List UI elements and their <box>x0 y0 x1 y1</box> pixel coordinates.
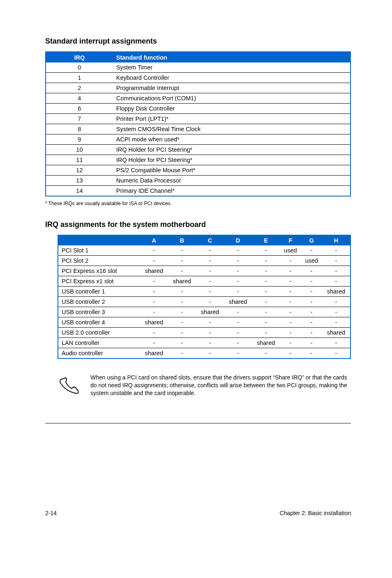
row-label: PCI Express x1 slot <box>58 276 140 287</box>
data-cell: - <box>224 256 252 266</box>
data-cell: - <box>140 276 168 287</box>
irq-cell: 12 <box>46 165 113 176</box>
data-cell: - <box>168 328 196 338</box>
data-cell: - <box>301 276 322 287</box>
col-header: B <box>168 236 196 245</box>
func-cell: Floppy Disk Controller <box>113 104 350 114</box>
data-cell: - <box>322 256 350 266</box>
table-row: 8System CMOS/Real Time Clock <box>46 124 350 134</box>
row-label: USB controller 3 <box>58 307 140 317</box>
irq-cell: 9 <box>46 134 113 145</box>
irq-table-container: IRQ Standard function 0System Timer1Keyb… <box>45 51 351 197</box>
func-cell: Numeric Data Processor <box>113 176 350 186</box>
row-label: USB 2.0 controller <box>58 328 140 338</box>
data-cell: - <box>280 338 301 348</box>
table-row: Audio controllershared------- <box>58 348 350 358</box>
col-header: A <box>140 236 168 245</box>
footer-chapter: Chapter 2: Basic installation <box>279 510 351 516</box>
col-header: H <box>322 236 350 245</box>
data-cell: - <box>301 328 322 338</box>
data-cell: - <box>280 348 301 358</box>
col-header: E <box>252 236 280 245</box>
irq-cell: 7 <box>46 114 113 124</box>
irq-cell: 10 <box>46 145 113 155</box>
data-cell: - <box>322 297 350 307</box>
table-row: PCI Express x1 slot-shared------ <box>58 276 350 287</box>
irq-cell: 11 <box>46 155 113 165</box>
data-cell: - <box>301 287 322 297</box>
note-text: When using a PCI card on shared slots, e… <box>90 374 351 397</box>
data-cell: - <box>168 297 196 307</box>
data-cell: - <box>301 297 322 307</box>
func-cell: Primary IDE Channel* <box>113 186 350 197</box>
data-cell: - <box>196 328 224 338</box>
data-cell: - <box>280 276 301 287</box>
data-cell: used <box>301 256 322 266</box>
data-cell: - <box>196 245 224 256</box>
data-cell: - <box>140 338 168 348</box>
data-cell: - <box>224 276 252 287</box>
table-row: USB controller 4shared------- <box>58 317 350 328</box>
func-cell: Printer Port (LPT1)* <box>113 114 350 124</box>
row-label: PCI Slot 2 <box>58 256 140 266</box>
table-row: 10IRQ Holder for PCI Steering* <box>46 145 350 155</box>
footer-rule <box>45 423 351 423</box>
data-cell: - <box>280 256 301 266</box>
data-cell: - <box>224 266 252 276</box>
table-row: PCI Slot 2------used- <box>58 256 350 266</box>
func-cell: IRQ Holder for PCI Steering* <box>113 145 350 155</box>
section2-title: IRQ assignments for the system motherboa… <box>45 220 351 229</box>
table-row: 9ACPI mode when used* <box>46 134 350 145</box>
data-cell: - <box>322 276 350 287</box>
func-cell: System CMOS/Real Time Clock <box>113 124 350 134</box>
irq-cell: 1 <box>46 73 113 83</box>
data-cell: - <box>196 317 224 328</box>
irq-cell: 6 <box>46 104 113 114</box>
data-cell: shared <box>140 348 168 358</box>
data-cell: - <box>322 348 350 358</box>
data-cell: - <box>224 348 252 358</box>
data-cell: - <box>140 307 168 317</box>
data-cell: - <box>224 245 252 256</box>
data-cell: - <box>322 307 350 317</box>
data-cell: - <box>252 297 280 307</box>
table-row: USB controller 2---shared---- <box>58 297 350 307</box>
func-cell: ACPI mode when used* <box>113 134 350 145</box>
table-row: USB 2.0 controller-------shared <box>58 328 350 338</box>
data-cell: - <box>301 307 322 317</box>
table-row: LAN controller----shared--- <box>58 338 350 348</box>
func-cell: PS/2 Compatible Mouse Port* <box>113 165 350 176</box>
data-cell: - <box>301 266 322 276</box>
data-cell: - <box>168 245 196 256</box>
assignment-table-container: ABCDEFGH PCI Slot 1-----used--PCI Slot 2… <box>58 235 351 359</box>
data-cell: - <box>168 307 196 317</box>
data-cell: shared <box>140 317 168 328</box>
table-row: USB controller 3--shared----- <box>58 307 350 317</box>
data-cell: - <box>280 317 301 328</box>
table-row: 13Numeric Data Processor <box>46 176 350 186</box>
data-cell: shared <box>224 297 252 307</box>
data-cell: - <box>196 287 224 297</box>
table-row: 4Communications Port (COM1) <box>46 93 350 104</box>
data-cell: shared <box>168 276 196 287</box>
irq-footnote: * These IRQs are usually available for I… <box>45 201 351 206</box>
table-row: 14Primary IDE Channel* <box>46 186 350 197</box>
section1-title: Standard interrupt assignments <box>45 37 351 46</box>
data-cell: - <box>252 328 280 338</box>
data-cell: - <box>196 276 224 287</box>
note-icon <box>58 374 81 398</box>
data-cell: - <box>252 307 280 317</box>
table-row: PCI Slot 1-----used-- <box>58 245 350 256</box>
data-cell: - <box>196 338 224 348</box>
irq-cell: 13 <box>46 176 113 186</box>
data-cell: - <box>224 338 252 348</box>
data-cell: - <box>322 338 350 348</box>
row-label: USB controller 2 <box>58 297 140 307</box>
table-row: 6Floppy Disk Controller <box>46 104 350 114</box>
data-cell: - <box>252 348 280 358</box>
table-row: 0System Timer <box>46 62 350 73</box>
data-cell: - <box>168 348 196 358</box>
irq-table: IRQ Standard function 0System Timer1Keyb… <box>46 52 350 197</box>
data-cell: - <box>224 317 252 328</box>
data-cell: - <box>322 266 350 276</box>
